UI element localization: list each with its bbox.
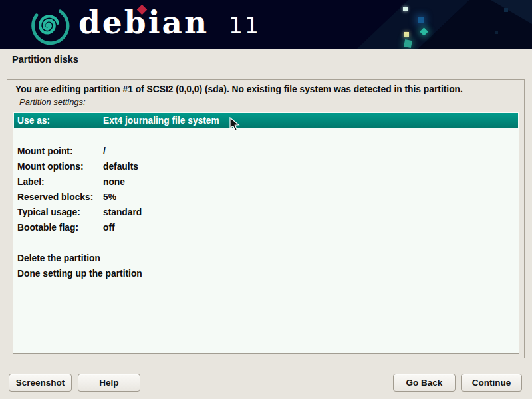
settings-row-spacer [14,235,518,251]
row-value: off [103,223,115,233]
row-label: Done setting up the partition [14,269,142,279]
deco-square-faint [495,31,498,34]
page-title: Partition disks [12,54,78,65]
row-label: Bootable flag: [14,223,103,233]
row-value: Ext4 journaling file system [103,116,219,126]
row-value: defaults [103,162,138,172]
go-back-button[interactable]: Go Back [393,374,456,392]
row-value: none [103,177,125,187]
debian-swirl-icon [28,3,70,47]
settings-row-label[interactable]: Label: none [14,174,518,190]
row-value: 5% [103,192,116,202]
settings-row-done-partition[interactable]: Done setting up the partition [14,266,518,281]
debian-version: 11 [229,13,261,39]
deco-square-blue [418,17,424,23]
deco-square-faint [504,8,508,12]
settings-row-delete-partition[interactable]: Delete the partition [14,251,518,266]
debian-banner: debian 11 [0,0,532,49]
row-label: Delete the partition [14,253,100,263]
settings-row-use-as[interactable]: Use as: Ext4 journaling file system [14,113,518,128]
settings-row-typical-usage[interactable]: Typical usage: standard [14,205,518,220]
row-value: standard [103,207,142,217]
row-label: Typical usage: [14,207,103,217]
screenshot-button[interactable]: Screenshot [9,374,72,392]
content-frame: You are editing partition #1 of SCSI2 (0… [7,79,525,358]
settings-row-reserved-blocks[interactable]: Reserved blocks: 5% [14,190,518,205]
row-label: Reserved blocks: [14,192,103,202]
continue-button[interactable]: Continue [461,374,522,392]
partition-settings-list[interactable]: Use as: Ext4 journaling file system Moun… [13,112,519,354]
deco-square-yellow [404,32,409,37]
settings-row-bootable-flag[interactable]: Bootable flag: off [14,220,518,235]
settings-row-spacer [14,128,518,144]
partition-info-message: You are editing partition #1 of SCSI2 (0… [15,84,463,94]
deco-square-white [403,7,408,11]
settings-row-mount-options[interactable]: Mount options: defaults [14,159,518,174]
mouse-cursor-icon [229,117,241,132]
row-label: Use as: [14,116,103,126]
row-value: / [103,146,106,156]
row-label: Label: [14,177,103,187]
deco-square-teal [404,39,412,48]
help-button[interactable]: Help [78,374,140,392]
partition-settings-label: Partition settings: [19,97,86,107]
row-label: Mount options: [14,162,103,172]
row-label: Mount point: [14,146,103,156]
installer-window: debian 11 Partition disks You are editin… [0,0,532,399]
settings-row-mount-point[interactable]: Mount point: / [14,144,518,159]
